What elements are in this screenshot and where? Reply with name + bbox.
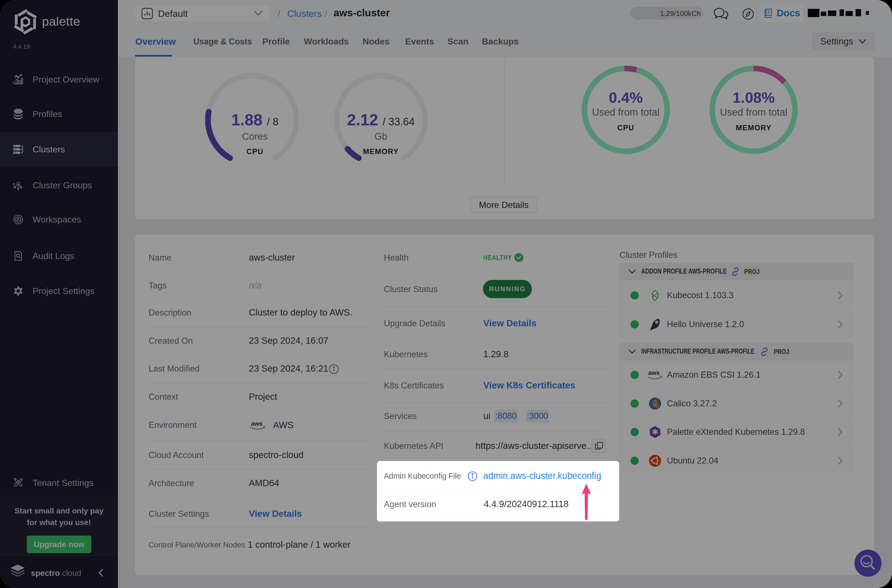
svg-text:aws: aws bbox=[648, 369, 660, 376]
svg-text:aws: aws bbox=[251, 420, 263, 427]
